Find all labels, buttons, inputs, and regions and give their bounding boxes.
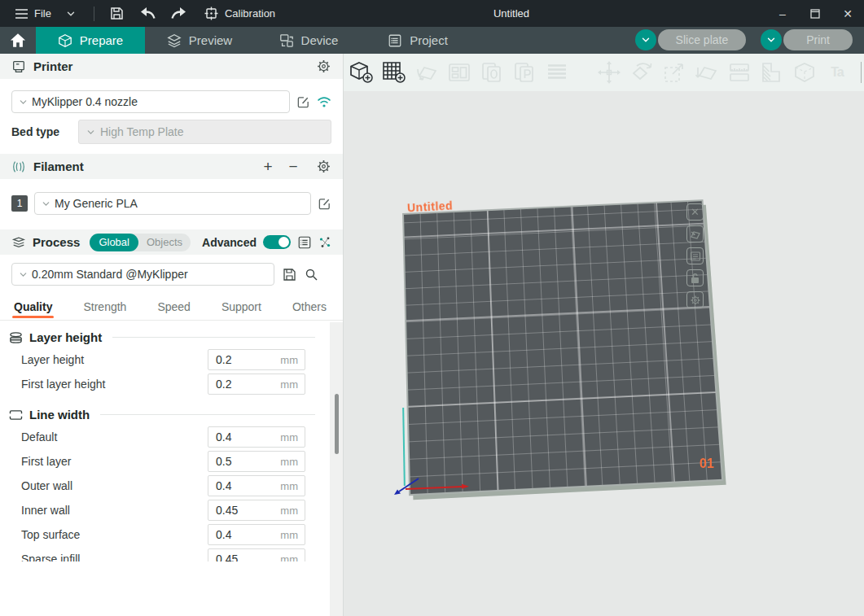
split-to-objects-icon[interactable] (480, 60, 504, 85)
first-layer-height-input[interactable] (208, 374, 274, 394)
tab-speed[interactable]: Speed (157, 300, 190, 320)
mesh-edit-icon[interactable] (792, 60, 817, 85)
build-plate[interactable] (402, 199, 723, 496)
viewport-3d[interactable]: Ta Untitled 01 ✕ (344, 54, 864, 616)
printer-preset-select[interactable]: MyKlipper 0.4 nozzle (11, 90, 290, 113)
process-preset-select[interactable]: 0.20mm Standard @MyKlipper (11, 263, 274, 286)
maximize-button[interactable] (799, 0, 831, 27)
line-width-group-header: Line width (8, 408, 315, 422)
calibration-menu[interactable]: Calibration (225, 7, 275, 20)
sparse-infill-line-width-input[interactable] (208, 549, 274, 561)
plate-gear-icon[interactable] (686, 291, 704, 308)
setting-label: Outer wall (21, 479, 208, 492)
auto-orient-icon[interactable] (414, 60, 439, 85)
arrange-icon[interactable] (447, 60, 471, 85)
bed-type-label: Bed type (11, 125, 78, 138)
printer-settings-gear-icon[interactable] (316, 59, 331, 74)
process-scope-toggle: Global Objects (90, 234, 191, 251)
tab-prepare-label: Prepare (80, 33, 123, 47)
scope-global[interactable]: Global (90, 234, 138, 251)
chevron-down-icon (19, 98, 28, 107)
scope-objects[interactable]: Objects (138, 236, 191, 248)
bed-type-select[interactable]: High Temp Plate (78, 120, 331, 144)
home-icon[interactable] (0, 27, 36, 54)
add-plate-icon[interactable] (382, 60, 406, 85)
edit-filament-icon[interactable] (318, 197, 331, 211)
tab-project[interactable]: Project (363, 27, 472, 54)
variable-layer-height-icon[interactable] (545, 60, 569, 85)
hamburger-menu-icon[interactable] (13, 6, 29, 22)
lock-plate-icon[interactable] (686, 269, 704, 286)
print-options-dropdown[interactable] (761, 29, 782, 50)
group-title: Line width (29, 408, 90, 422)
split-to-parts-icon[interactable] (512, 60, 537, 85)
redo-icon[interactable] (171, 6, 187, 22)
edit-printer-icon[interactable] (296, 95, 310, 109)
calibration-icon[interactable] (204, 6, 220, 22)
top-surface-line-width-input[interactable] (208, 525, 274, 544)
outer-wall-line-width-input[interactable] (208, 476, 274, 496)
plate-name-label[interactable]: Untitled (407, 199, 454, 215)
first-layer-line-width-input[interactable] (208, 452, 274, 471)
tab-support[interactable]: Support (221, 300, 261, 320)
tab-others[interactable]: Others (292, 300, 327, 320)
slice-options-dropdown[interactable] (635, 29, 656, 50)
save-icon[interactable] (109, 6, 125, 22)
tab-quality[interactable]: Quality (14, 300, 52, 320)
add-model-icon[interactable] (349, 60, 374, 85)
lay-on-face-icon[interactable] (695, 60, 719, 85)
setting-row: First layer height mm (8, 372, 315, 396)
unit-label: mm (280, 431, 298, 443)
setting-row: Top surface mm (8, 522, 315, 547)
toolbar-divider (861, 62, 862, 83)
delete-plate-icon[interactable]: ✕ (686, 203, 704, 221)
parameter-table-icon[interactable] (297, 235, 312, 250)
search-icon[interactable] (305, 268, 318, 282)
tab-preview[interactable]: Preview (145, 27, 254, 54)
text-tool-icon[interactable]: Ta (825, 60, 849, 85)
filament-preset-select[interactable]: My Generic PLA (34, 192, 311, 215)
chevron-down-icon[interactable] (63, 6, 79, 22)
undo-icon[interactable] (140, 6, 156, 22)
slice-plate-button[interactable]: Slice plate (658, 29, 747, 50)
minimize-button[interactable]: – (766, 0, 799, 27)
add-filament-button[interactable]: + (259, 158, 277, 176)
setting-label: Sparse infill (21, 553, 208, 561)
scrollbar-thumb[interactable] (335, 394, 339, 454)
close-button[interactable]: ✕ (831, 0, 864, 27)
remove-filament-button[interactable]: − (284, 158, 302, 176)
settings-scrollbar[interactable] (330, 322, 343, 616)
print-button[interactable]: Print (783, 29, 853, 50)
support-paint-icon[interactable] (760, 60, 784, 85)
bed-type-value: High Temp Plate (100, 125, 183, 138)
filament-settings-gear-icon[interactable] (316, 159, 331, 174)
setting-label: Top surface (21, 528, 208, 541)
device-icon (279, 33, 294, 48)
advanced-toggle[interactable] (263, 235, 291, 249)
setting-row: Inner wall mm (8, 498, 315, 522)
file-menu[interactable]: File (34, 7, 51, 20)
group-title: Layer height (29, 330, 102, 344)
rotate-icon[interactable] (629, 60, 654, 85)
inner-wall-line-width-input[interactable] (208, 500, 274, 520)
default-line-width-input[interactable] (208, 427, 274, 447)
setting-label: Inner wall (21, 504, 208, 517)
compare-presets-icon[interactable] (318, 236, 331, 249)
unit-label: mm (280, 378, 298, 391)
unit-label: mm (280, 529, 298, 541)
plate-settings-icon[interactable] (686, 247, 704, 264)
layer-height-input[interactable] (208, 350, 274, 369)
settings-panel: Layer height Layer height mm First layer… (0, 321, 343, 561)
window-title: Untitled (493, 0, 529, 27)
cut-icon[interactable] (727, 60, 752, 85)
move-icon[interactable] (597, 60, 621, 85)
printer-icon (11, 59, 26, 74)
setting-row: Outer wall mm (8, 474, 315, 498)
tab-strength[interactable]: Strength (83, 300, 126, 320)
tab-device[interactable]: Device (254, 27, 363, 54)
scale-icon[interactable] (662, 60, 686, 85)
save-preset-icon[interactable] (283, 268, 296, 282)
orient-plate-icon[interactable] (686, 225, 704, 242)
wifi-connection-icon[interactable] (317, 96, 331, 108)
tab-prepare[interactable]: Prepare (36, 27, 145, 54)
